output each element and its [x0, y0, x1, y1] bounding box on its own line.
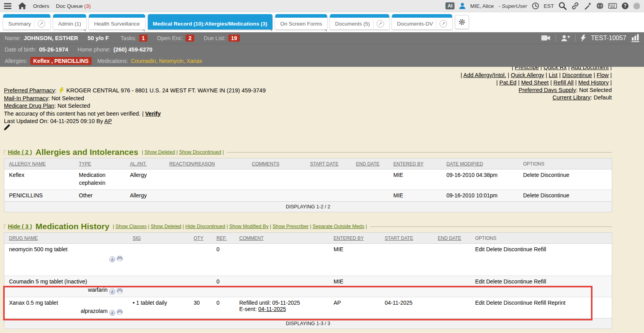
allergy-name[interactable]: PENICILLINS	[9, 192, 43, 199]
action-link[interactable]: Add Document	[571, 67, 609, 70]
esent-date-link[interactable]: 04-11-2025	[258, 306, 286, 312]
drug-name[interactable]: Xanax 0.5 mg tablet	[9, 300, 58, 306]
action-link[interactable]: Quick Rx	[543, 67, 567, 70]
section-link[interactable]: Hide Discontinued	[185, 224, 225, 229]
tab-documents-dv[interactable]: Documents-DV↗	[392, 14, 453, 29]
section-link[interactable]: Show Discontinued	[179, 149, 221, 155]
link-icon[interactable]	[571, 2, 579, 10]
col-start-date[interactable]: START DATE	[310, 161, 339, 167]
col-date-modified[interactable]: DATE MODIFIED	[447, 161, 483, 167]
user-name[interactable]: MIE, Alice	[470, 3, 494, 9]
tab-summary[interactable]: Summary↗	[3, 14, 50, 29]
ai-badge[interactable]: AI	[445, 2, 454, 9]
info-icon[interactable]	[109, 256, 115, 262]
col-sig[interactable]: SIG	[133, 235, 141, 241]
action-link[interactable]: Discontinue	[562, 72, 592, 78]
col-ref[interactable]: REF.	[217, 235, 227, 241]
info-icon[interactable]	[109, 289, 115, 294]
verify-link[interactable]: Verify	[145, 110, 161, 117]
info-icon[interactable]	[109, 310, 115, 316]
user-icon[interactable]	[459, 3, 466, 9]
search-icon[interactable]	[559, 2, 567, 10]
days-supply-link[interactable]: Preferred Days Supply	[519, 87, 576, 93]
mailin-pharmacy-link[interactable]: Mail-In Pharmacy	[4, 95, 48, 101]
action-link[interactable]: Pat.Ed	[499, 79, 517, 86]
medication-link[interactable]: Neomycin	[159, 58, 184, 64]
avatar[interactable]	[633, 3, 640, 9]
allergy-row-options[interactable]: Delete Discontinue	[519, 190, 612, 202]
col-comments[interactable]: COMMENTS	[252, 161, 280, 167]
col-entered-by[interactable]: ENTERED BY	[334, 235, 364, 241]
updated-by-link[interactable]: AP	[104, 118, 112, 124]
clock-icon[interactable]	[532, 2, 539, 9]
globe-icon[interactable]	[596, 2, 604, 9]
help-icon[interactable]: ?	[622, 2, 629, 9]
col-allergy-name[interactable]: ALLERGY NAME	[9, 161, 46, 167]
home-icon[interactable]	[18, 2, 26, 9]
section-link[interactable]: Show Classes	[116, 224, 147, 229]
medication-row-options[interactable]: Edit Delete Discontinue Refill	[471, 276, 612, 297]
col-end-date[interactable]: END DATE	[438, 235, 462, 241]
due-list-badge[interactable]: 19	[228, 35, 240, 42]
menu-doc-queue[interactable]: Doc Queue (3)	[56, 3, 91, 9]
add-patient-icon[interactable]	[561, 35, 570, 41]
tab-documents[interactable]: Documents (5)↗	[330, 14, 389, 29]
action-link[interactable]: Flow	[597, 72, 609, 78]
action-link[interactable]: Prescribe	[515, 67, 539, 70]
tasks-badge[interactable]: 1	[139, 35, 148, 42]
col-end-date[interactable]: END DATE	[356, 161, 380, 167]
camera-icon[interactable]	[541, 35, 550, 41]
section-link[interactable]: Show Modified By	[229, 224, 269, 229]
allergies-hide-link[interactable]: Hide ( 2 )	[8, 149, 32, 155]
col-al-int[interactable]: AL./INT.	[130, 161, 147, 167]
hamburger-icon[interactable]	[4, 3, 11, 9]
tab-health-surveillance[interactable]: Health Surveillance	[89, 14, 145, 29]
wand-icon[interactable]	[584, 2, 592, 10]
chart-icon[interactable]	[631, 34, 639, 42]
medication-row-options[interactable]: Edit Delete Discontinue Refill Reprint	[471, 297, 612, 318]
col-start-date[interactable]: START DATE	[385, 235, 413, 241]
col-comment[interactable]: COMMENT	[239, 235, 264, 241]
drug-name[interactable]: Coumadin 5 mg tablet (Inactive)	[9, 278, 87, 285]
allergy-name[interactable]: Keflex	[9, 172, 24, 178]
tab-admin[interactable]: Admin (1)	[53, 14, 86, 29]
print-icon[interactable]	[117, 309, 123, 315]
popout-icon[interactable]: ↗	[377, 20, 384, 28]
preferred-pharmacy-link[interactable]: Preferred Pharmacy	[4, 87, 55, 94]
medication-link[interactable]: Xanax	[187, 58, 202, 64]
medicare-plan-link[interactable]: Medicare Drug Plan	[4, 103, 54, 109]
print-icon[interactable]	[117, 256, 123, 261]
popout-icon[interactable]: ↗	[440, 20, 447, 28]
action-link[interactable]: List	[549, 72, 558, 78]
patient-name[interactable]: JOHNSON, ESTHER	[24, 35, 78, 41]
tab-settings-button[interactable]	[455, 15, 469, 29]
bolt-icon[interactable]	[581, 35, 586, 42]
drug-name[interactable]: neomycin 500 mg tablet	[9, 246, 68, 252]
col-reaction[interactable]: REACTION/REASON	[169, 161, 215, 167]
medication-link[interactable]: Coumadin	[131, 58, 156, 64]
section-link[interactable]: Separate Outside Meds	[313, 224, 364, 229]
col-qty[interactable]: QTY	[194, 235, 204, 241]
action-link[interactable]: Quick Allergy	[511, 72, 544, 78]
action-link[interactable]: Refill All	[553, 79, 574, 86]
tab-medical-record[interactable]: Medical Record (10):Allergies/Medication…	[148, 14, 272, 29]
pencil-icon[interactable]	[4, 124, 10, 131]
popout-icon[interactable]: ↗	[38, 20, 45, 28]
col-type[interactable]: TYPE	[79, 161, 91, 167]
section-link[interactable]: Show Deleted	[151, 224, 181, 229]
section-link[interactable]: Show Deleted	[144, 149, 175, 155]
action-link[interactable]: Med History	[578, 79, 609, 86]
action-link[interactable]: Add Allergy/Intol.	[463, 72, 506, 78]
section-link[interactable]: Show Prescriber	[272, 224, 309, 229]
medication-row-options[interactable]: Edit Delete Discontinue Refill	[471, 244, 612, 276]
current-library-link[interactable]: Current Library	[552, 94, 591, 101]
keyboard-icon[interactable]	[608, 3, 617, 9]
allergy-row-options[interactable]: Delete Discontinue	[519, 169, 612, 190]
medications-hide-link[interactable]: Hide ( 3 )	[8, 223, 32, 230]
col-entered-by[interactable]: ENTERED BY	[394, 161, 424, 167]
col-drug-name[interactable]: DRUG NAME	[9, 235, 38, 241]
print-icon[interactable]	[117, 288, 123, 293]
tab-on-screen-forms[interactable]: On Screen Forms	[275, 14, 328, 29]
open-enc-badge[interactable]: 2	[186, 35, 194, 42]
action-link[interactable]: Med Sheet	[521, 79, 548, 86]
